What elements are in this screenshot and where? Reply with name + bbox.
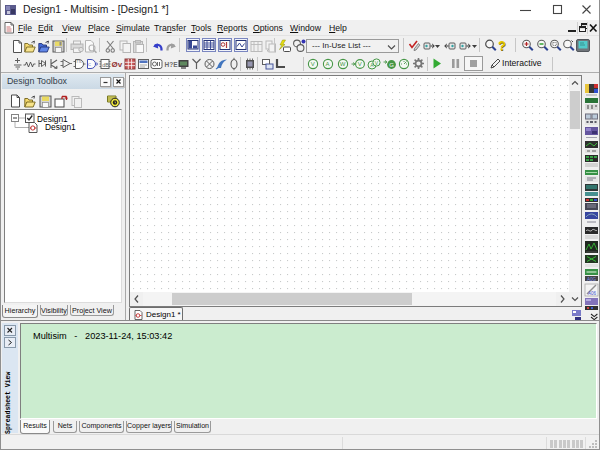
svg-text:TTL: TTL (76, 60, 82, 64)
svg-text:A: A (325, 61, 329, 67)
svg-text:A06: A06 (588, 291, 597, 296)
svg-text:C: C (88, 62, 91, 67)
svg-text:G: G (389, 61, 394, 67)
svg-text:dB: dB (102, 62, 109, 68)
svg-text:V: V (357, 61, 361, 67)
svg-text:W: W (339, 61, 345, 67)
svg-text:Øv: Øv (111, 60, 122, 69)
svg-text:A0G: A0G (587, 277, 597, 282)
svg-text:V: V (310, 61, 314, 67)
